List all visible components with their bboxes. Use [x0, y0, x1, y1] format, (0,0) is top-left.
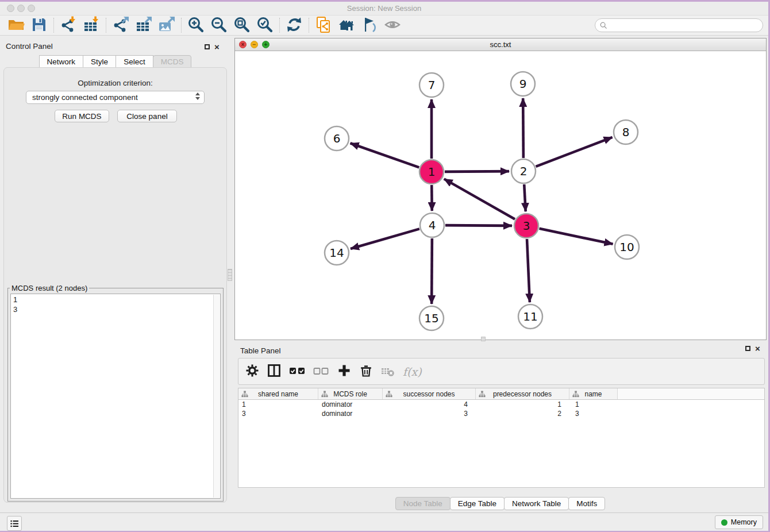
table-cell: 1 [476, 400, 569, 409]
node-table-header: shared nameMCDS rolesuccessor nodesprede… [238, 388, 764, 400]
network-canvas[interactable]: 7968124314101511 [235, 52, 766, 340]
svg-text:3: 3 [523, 219, 530, 233]
column-header-successor-nodes[interactable]: successor nodes [383, 388, 476, 399]
search-box[interactable] [595, 18, 763, 32]
graph-node-10[interactable]: 10 [615, 235, 639, 259]
zoom-out-button[interactable] [207, 17, 230, 34]
toggle-views-button[interactable] [267, 363, 281, 380]
save-session-button[interactable] [28, 17, 51, 34]
search-input[interactable] [610, 21, 763, 29]
graph-edge-4-15[interactable] [432, 238, 432, 304]
tab-network[interactable]: Network [39, 55, 84, 68]
table-cell: 4 [383, 400, 476, 409]
plus-icon [337, 364, 351, 379]
graph-edge-2-3[interactable] [524, 184, 525, 211]
tab-mcds[interactable]: MCDS [153, 55, 192, 68]
table-cell: 3 [238, 409, 318, 418]
vertical-splitter-grip[interactable] [228, 269, 232, 281]
graph-node-4[interactable]: 4 [420, 213, 444, 237]
table-cell: 1 [569, 400, 618, 409]
column-header-predecessor-nodes[interactable]: predecessor nodes [476, 388, 569, 399]
graph-edge-3-10[interactable] [540, 229, 613, 244]
svg-text:11: 11 [523, 310, 537, 323]
tab-edge-table[interactable]: Edge Table [450, 497, 505, 510]
column-header-MCDS-role[interactable]: MCDS role [318, 388, 383, 399]
svg-text:2: 2 [520, 164, 528, 178]
tab-network-table[interactable]: Network Table [504, 497, 569, 510]
graph-edge-4-14[interactable] [351, 229, 419, 249]
task-history-button[interactable] [7, 516, 22, 531]
column-header-shared-name[interactable]: shared name [238, 388, 318, 399]
close-panel-icon[interactable]: × [214, 44, 220, 50]
column-header-label: MCDS role [333, 390, 367, 398]
show-hide-button[interactable] [381, 17, 404, 34]
mcds-result-list[interactable]: 13 [10, 294, 221, 499]
graph-edge-3-11[interactable] [527, 239, 530, 302]
zoom-fit-button[interactable] [230, 17, 253, 34]
zoom-selected-button[interactable] [253, 17, 276, 34]
graph-node-6[interactable]: 6 [325, 126, 349, 151]
export-table-button[interactable] [132, 17, 155, 34]
float-table-panel-icon[interactable] [745, 346, 750, 351]
graph-node-9[interactable]: 9 [511, 72, 535, 96]
network-window-titlebar[interactable]: × − + scc.txt [235, 38, 766, 51]
zoom-fit-icon [233, 16, 251, 35]
open-browser-button[interactable] [335, 17, 358, 34]
svg-text:10: 10 [619, 240, 634, 254]
graph-edge-2-9[interactable] [523, 98, 523, 158]
memory-button[interactable]: Memory [715, 515, 763, 529]
export-network-button[interactable] [109, 17, 132, 34]
select-all-button[interactable] [289, 363, 305, 380]
home-icon [338, 16, 355, 35]
save-icon [30, 16, 48, 35]
graph-node-8[interactable]: 8 [614, 120, 638, 144]
tab-motifs[interactable]: Motifs [568, 497, 605, 510]
node-table[interactable]: shared nameMCDS rolesuccessor nodesprede… [238, 388, 765, 488]
deselect-all-button[interactable] [313, 363, 329, 380]
toggle-graphics-button[interactable] [358, 17, 381, 34]
graph-edge-4-3[interactable] [445, 225, 512, 226]
mcds-result-scrollbar[interactable] [213, 295, 220, 498]
graph-node-3[interactable]: 3 [514, 214, 538, 238]
column-header-label: successor nodes [403, 390, 455, 398]
graph-node-15[interactable]: 15 [419, 306, 444, 330]
mcds-result-group: MCDS result (2 nodes) 13 [7, 284, 224, 502]
export-image-button[interactable] [155, 17, 178, 34]
run-mcds-button[interactable]: Run MCDS [55, 110, 109, 122]
graph-node-7[interactable]: 7 [419, 73, 444, 97]
column-header-name[interactable]: name [569, 388, 618, 399]
tab-node-table[interactable]: Node Table [395, 497, 451, 510]
delete-column-button[interactable] [359, 363, 373, 380]
column-settings-button[interactable] [245, 363, 259, 380]
status-bar: Memory [0, 512, 768, 531]
tab-select[interactable]: Select [116, 55, 153, 68]
horizontal-splitter-grip[interactable] [481, 337, 486, 341]
add-column-button[interactable] [337, 363, 351, 380]
import-network-button[interactable] [57, 17, 80, 34]
graph-edge-1-2[interactable] [445, 171, 509, 172]
graph-edge-2-8[interactable] [536, 137, 612, 167]
zoom-in-button[interactable] [184, 17, 207, 34]
network-window-title: scc.txt [235, 40, 766, 49]
tab-style[interactable]: Style [83, 55, 116, 68]
criterion-dropdown[interactable]: strongly connected component [26, 91, 205, 104]
import-table-button[interactable] [80, 17, 103, 34]
export-table-icon [135, 16, 152, 35]
table-row[interactable]: 3dominator323 [238, 409, 764, 418]
memory-button-label: Memory [731, 518, 757, 526]
clone-network-button[interactable] [312, 17, 335, 34]
graph-node-1[interactable]: 1 [419, 160, 444, 184]
table-row[interactable]: 1dominator411 [238, 400, 764, 409]
import-table-icon [83, 16, 100, 35]
graph-node-2[interactable]: 2 [511, 159, 536, 183]
float-panel-icon[interactable] [205, 44, 210, 49]
apply-layout-button[interactable] [283, 17, 306, 34]
close-table-panel-icon[interactable]: × [755, 345, 760, 352]
graph-edge-3-1[interactable] [444, 179, 515, 219]
close-panel-button[interactable]: Close panel [117, 110, 177, 122]
main-toolbar [0, 16, 768, 36]
graph-node-11[interactable]: 11 [518, 304, 542, 329]
graph-node-14[interactable]: 14 [325, 241, 349, 265]
open-session-button[interactable] [5, 17, 28, 34]
graph-edge-1-6[interactable] [351, 143, 419, 167]
